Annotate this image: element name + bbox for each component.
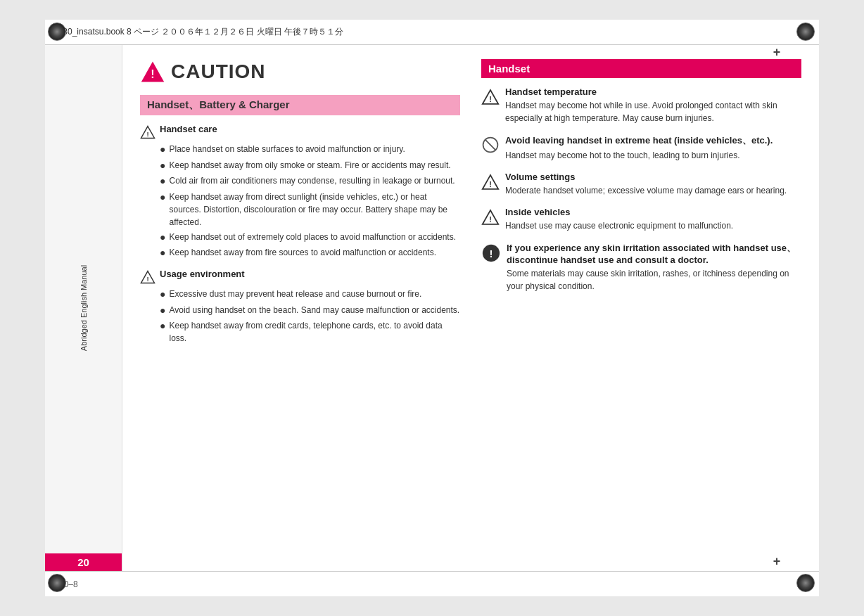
left-sidebar: Abridged English Manual 20 [45,45,122,571]
entry-title-extreme-heat: Avoid leaving handset in extreme heat (i… [505,134,773,147]
svg-line-9 [485,139,496,150]
usage-env-bullets: ● Excessive dust may prevent heat releas… [160,288,460,345]
bullet-text: Cold air from air conditioners may conde… [169,174,455,187]
bullet-text: Excessive dust may prevent heat release … [169,288,421,300]
usage-env-title-row: ! Usage environment [140,269,460,285]
bullet-text: Keep handset out of extremely cold place… [169,231,456,243]
svg-text:!: ! [489,95,492,103]
caution-header: ! CAUTION [140,59,460,84]
page-footer: 20–8 [45,571,819,596]
bullet-item: ● Avoid using handset on the beach. Sand… [160,304,460,318]
main-content: ! CAUTION Handset、Battery & Charger [122,45,819,571]
svg-text:!: ! [489,180,492,188]
warning-triangle-icon: ! [140,124,155,140]
svg-text:!: ! [146,130,148,138]
bullet-text: Keep handset away from direct sunlight (… [169,191,460,229]
caution-triangle-icon: ! [140,59,165,84]
section-header-label: Handset、Battery & Charger [147,98,290,110]
footer-page-number: 20–8 [59,579,805,589]
bullet-item: ● Keep handset away from credit cards, t… [160,319,460,345]
section-header-handset: Handset [481,59,801,78]
caution-icon-temp: ! [481,88,500,106]
bullet-text: Avoid using handset on the beach. Sand m… [169,304,459,316]
danger-icon-skin: ! [481,243,501,263]
handset-entry-volume: ! Volume settings Moderate handset volum… [481,172,801,197]
bullet-item: ● Cold air from air conditioners may con… [160,174,460,188]
handset-entry-vehicles: ! Inside vehicles Handset use may cause … [481,207,801,232]
entry-body-temp: Handset may become hot while in use. Avo… [505,99,801,124]
svg-text:!: ! [490,248,493,259]
handset-care-block: ! Handset care ● Place handset on stable… [140,124,460,260]
entry-body-skin: Some materials may cause skin irritation… [507,267,801,293]
corner-decoration-tr [796,23,816,42]
handset-text-extreme-heat: Avoid leaving handset in extreme heat (i… [505,134,773,162]
corner-decoration-bl [48,574,68,593]
manual-page: L280_insatsu.book 8 ページ ２００６年１２月２６日 火曜日 … [45,20,819,596]
right-column: Handset ! Handset temperature Handset ma… [481,59,801,557]
handset-text-temp: Handset temperature Handset may become h… [505,86,801,124]
caution-icon-vehicles: ! [481,208,500,226]
no-icon-extreme-heat [481,136,500,154]
corner-decoration-br [796,574,816,593]
section-header-handset-battery: Handset、Battery & Charger [140,95,460,115]
handset-care-bullets: ● Place handset on stable surfaces to av… [160,143,460,260]
content-area: Abridged English Manual 20 ! CAUTION [45,45,819,571]
header-text: L280_insatsu.book 8 ページ ２００６年１２月２６日 火曜日 … [53,26,343,38]
page-header: L280_insatsu.book 8 ページ ２００６年１２月２６日 火曜日 … [45,20,819,45]
bullet-item: ● Excessive dust may prevent heat releas… [160,288,460,302]
svg-text:!: ! [146,275,148,283]
bullet-item: ● Keep handset away from fire sources to… [160,246,460,260]
usage-env-title: Usage environment [160,269,245,279]
entry-title-vehicles: Inside vehicles [505,207,733,217]
bullet-text: Keep handset away from fire sources to a… [169,246,436,259]
handset-care-title-row: ! Handset care [140,124,460,140]
handset-entry-temp: ! Handset temperature Handset may become… [481,86,801,124]
svg-text:!: ! [151,68,154,80]
handset-care-title: Handset care [160,124,217,134]
bullet-item: ● Keep handset out of extremely cold pla… [160,231,460,245]
handset-entry-skin-irritation: ! If you experience any skin irritation … [481,242,801,293]
entry-title-temp: Handset temperature [505,86,801,97]
bullet-item: ● Keep handset away from direct sunlight… [160,191,460,229]
bullet-item: ● Place handset on stable surfaces to av… [160,143,460,157]
entry-body-volume: Moderate handset volume; excessive volum… [505,184,787,197]
bullet-text: Place handset on stable surfaces to avoi… [169,143,405,155]
page-number-box: 20 [45,553,122,571]
entry-body-vehicles: Handset use may cause electronic equipme… [505,219,733,232]
bullet-item: ● Keep handset away from oily smoke or s… [160,159,460,173]
usage-environment-block: ! Usage environment ● Excessive dust may… [140,269,460,345]
bullet-text: Keep handset away from credit cards, tel… [169,319,460,345]
sidebar-vertical-label: Abridged English Manual [80,265,88,351]
handset-text-vehicles: Inside vehicles Handset use may cause el… [505,207,733,232]
entry-title-skin: If you experience any skin irritation as… [507,242,801,265]
warning-triangle-icon-2: ! [140,269,155,285]
handset-section-label: Handset [488,63,530,75]
handset-text-volume: Volume settings Moderate handset volume;… [505,172,787,197]
svg-text:!: ! [489,215,492,224]
entry-title-volume: Volume settings [505,172,787,182]
bullet-text: Keep handset away from oily smoke or ste… [169,159,450,172]
caution-title: CAUTION [171,60,266,83]
page-number: 20 [77,556,89,568]
handset-entry-extreme-heat: Avoid leaving handset in extreme heat (i… [481,134,801,162]
corner-decoration-tl [48,23,68,42]
entry-body-extreme-heat: Handset may become hot to the touch, lea… [505,149,773,162]
left-column: ! CAUTION Handset、Battery & Charger [140,59,460,557]
handset-text-skin: If you experience any skin irritation as… [507,242,801,293]
caution-icon-volume: ! [481,173,500,191]
